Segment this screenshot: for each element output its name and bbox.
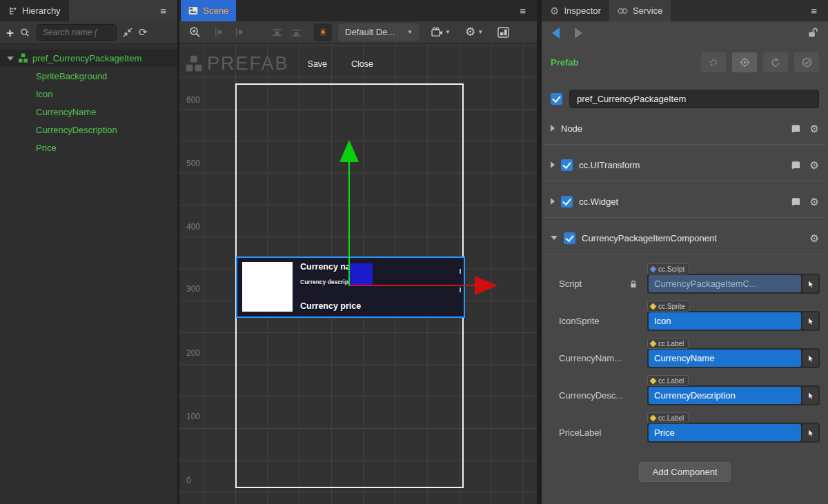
inspector-panel: ⚙ Inspector Service ≡ Prefab [542,0,828,504]
node-active-checkbox[interactable] [551,93,562,105]
tree-node-currencyname[interactable]: CurrencyName [0,103,177,121]
prefab-actions [701,52,819,72]
search-filter-icon[interactable] [20,28,30,38]
gizmo-light-button[interactable]: ☀ [314,23,332,41]
apply-prefab-button[interactable] [794,52,819,72]
divider [544,217,826,218]
asset-picker-icon[interactable] [802,387,818,404]
component-header-widget[interactable]: cc.Widget ⚙ [542,191,828,212]
close-button[interactable]: Close [351,59,373,69]
inspector-menu-icon[interactable]: ≡ [811,6,828,16]
hierarchy-tabbar-rest: ≡ [69,0,177,21]
prefab-section-label: Prefab [551,57,578,68]
hierarchy-menu-icon[interactable]: ≡ [160,6,166,16]
component-header-currencypackageitemcomponent[interactable]: CurrencyPackageItemComponent ⚙ [542,228,828,248]
pricelabel-value[interactable]: Price [649,424,801,441]
ruler-label-400: 400 [186,222,200,232]
tab-hierarchy[interactable]: Hierarchy [0,0,69,21]
prop-row-script: Script cc.Script CurrencyPackageItemC... [542,274,828,294]
component-header-uitransform[interactable]: cc.UITransform ⚙ [542,154,828,175]
hierarchy-tree: pref_CurrencyPackageItem SpriteBackgroun… [0,44,177,157]
add-node-icon[interactable]: + [6,26,14,39]
currencyname-value[interactable]: CurrencyName [649,350,801,367]
component-header-node[interactable]: Node ⚙ [542,118,828,139]
align-top-icon[interactable] [272,27,282,37]
device-dropdown-value: Default De... [345,27,395,37]
component-gear-icon[interactable]: ⚙ [810,160,819,170]
prefab-watermark-cubes-icon [185,55,203,73]
tree-node-spritebackground[interactable]: SpriteBackground [0,67,177,85]
panel-divider[interactable] [537,0,542,504]
camera-icon[interactable] [431,27,443,37]
tree-node-icon[interactable]: Icon [0,85,177,103]
prop-label: IconSprite [559,316,600,326]
dropdown-caret-icon: ▼ [407,29,413,35]
unlink-prefab-button[interactable] [701,52,726,72]
unlock-icon[interactable] [807,28,818,38]
settings-caret-icon[interactable]: ▼ [477,29,483,35]
docs-book-icon[interactable] [791,197,800,206]
align-middle-v-icon[interactable] [291,27,302,37]
zoom-region-icon[interactable] [189,26,201,38]
scene-settings-gear-icon[interactable]: ⚙ [465,26,475,38]
iconsprite-value[interactable]: Icon [649,312,801,330]
scene-menu-icon[interactable]: ≡ [520,6,537,16]
type-diamond-icon [650,377,657,384]
layout-panes-icon[interactable] [497,27,509,38]
x-axis-arrow[interactable] [475,276,497,295]
x-axis-line[interactable] [350,285,475,286]
tab-service[interactable]: Service [609,0,671,21]
type-badge-label: cc.Label [658,377,684,385]
asset-picker-icon[interactable] [802,424,818,441]
type-diamond-icon [650,265,657,272]
revert-prefab-button[interactable] [763,52,788,72]
asset-picker-icon[interactable] [802,312,818,330]
tree-node-currencydescription[interactable]: CurrencyDescription [0,121,177,139]
anchor-tick [460,288,461,292]
component-gear-icon[interactable]: ⚙ [810,233,819,243]
tab-inspector[interactable]: ⚙ Inspector [542,0,609,21]
expand-arrow-icon[interactable] [551,198,555,205]
asset-picker-icon[interactable] [802,350,818,367]
expand-arrow-icon[interactable] [7,57,14,61]
asset-picker-icon[interactable] [802,275,818,292]
docs-book-icon[interactable] [791,124,800,133]
scene-tabbar: Scene ≡ [179,0,537,21]
ruler-label-500: 500 [186,159,200,168]
component-enabled-checkbox[interactable] [561,159,573,171]
component-label: cc.Widget [579,196,618,207]
component-enabled-checkbox[interactable] [561,196,573,208]
move-gizmo-plane-handle[interactable] [350,263,373,285]
prefab-asset-row: Prefab [542,52,828,72]
device-dropdown[interactable]: Default De... ▼ [338,23,420,41]
script-value[interactable]: CurrencyPackageItemC... [649,275,801,292]
refresh-icon[interactable]: ⟳ [139,26,148,39]
save-button[interactable]: Save [308,59,328,69]
search-input[interactable] [37,24,117,41]
tab-scene[interactable]: Scene [181,0,236,21]
component-gear-icon[interactable]: ⚙ [810,196,819,207]
add-component-button[interactable]: Add Component [639,462,731,482]
collapse-arrow-icon[interactable] [551,236,558,240]
align-center-h-icon[interactable] [233,27,244,37]
scene-canvas[interactable]: PREFAB Save Close 600 500 400 300 200 10… [179,43,537,504]
locate-prefab-button[interactable] [732,52,757,72]
history-forward-icon[interactable] [575,28,582,39]
sprite-icon-placeholder[interactable] [242,262,293,312]
component-gear-icon[interactable]: ⚙ [810,123,819,134]
align-left-icon[interactable] [214,27,224,37]
y-axis-arrow[interactable] [339,140,359,162]
tree-node-root[interactable]: pref_CurrencyPackageItem [0,50,177,67]
node-name-input[interactable] [569,90,819,108]
currencydescription-value[interactable]: CurrencyDescription [649,387,801,404]
history-back-icon[interactable] [552,28,560,39]
collapse-all-icon[interactable] [123,28,132,37]
expand-arrow-icon[interactable] [551,125,555,132]
expand-arrow-icon[interactable] [551,161,555,168]
tree-node-price[interactable]: Price [0,139,177,157]
ruler-label-600: 600 [186,95,200,105]
y-axis-line[interactable] [348,162,350,286]
component-enabled-checkbox[interactable] [564,232,575,244]
camera-caret-icon[interactable]: ▼ [445,29,451,35]
docs-book-icon[interactable] [791,161,800,170]
